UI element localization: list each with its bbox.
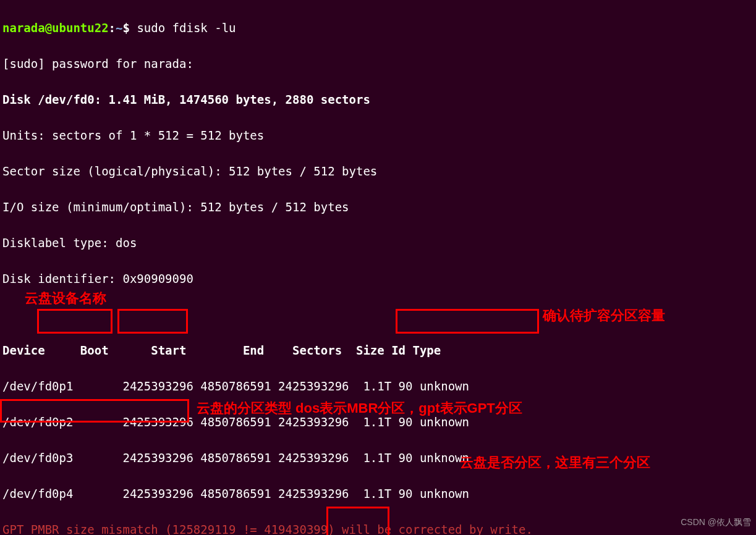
io-size-line: I/O size (minimum/optimal): 512 bytes / … — [2, 198, 754, 216]
prompt-user-host: narada@ubuntu22 — [2, 21, 109, 35]
table-row: /dev/fd0p1 2425393296 4850786591 2425393… — [2, 377, 754, 395]
watermark: CSDN @依人飘雪 — [681, 513, 751, 531]
prompt-line[interactable]: narada@ubuntu22:~$ sudo fdisk -lu — [2, 19, 754, 37]
annotation-partitions-note: 云盘是否分区，这里有三个分区 — [460, 455, 650, 471]
disk0-headline: Disk /dev/fd0: 1.41 MiB, 1474560 bytes, … — [2, 91, 754, 109]
gpt-mismatch-line: GPT PMBR size mismatch (125829119 != 419… — [2, 521, 754, 535]
disk0-id-line: Disk identifier: 0x90909090 — [2, 270, 754, 288]
annotation-disklabel-note: 云盘的分区类型 dos表示MBR分区，gpt表示GPT分区 — [197, 400, 522, 416]
command-text: sudo fdisk -lu — [137, 21, 236, 35]
prompt-path: ~ — [116, 21, 122, 35]
units-line: Units: sectors of 1 * 512 = 512 bytes — [2, 127, 754, 145]
disklabel-dos-line: Disklabel type: dos — [2, 234, 754, 252]
table1-header: Device Boot Start End Sectors Size Id Ty… — [2, 342, 754, 360]
sector-size-line: Sector size (logical/physical): 512 byte… — [2, 162, 754, 180]
annotation-dev-name: 云盘设备名称 — [25, 290, 106, 306]
prompt-symbol: $ — [123, 21, 130, 35]
annotation-confirm-cap: 确认待扩容分区容量 — [543, 308, 665, 324]
sudo-line: [sudo] password for narada: — [2, 55, 754, 73]
prompt-colon: : — [109, 21, 116, 35]
table-row: /dev/fd0p4 2425393296 4850786591 2425393… — [2, 485, 754, 503]
